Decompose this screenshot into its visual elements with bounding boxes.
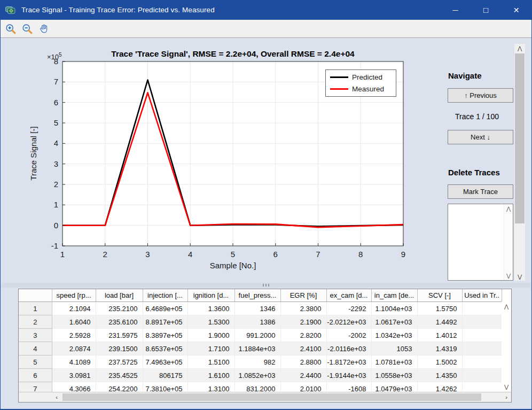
row-number[interactable]: 4 xyxy=(19,342,52,355)
svg-text:5: 5 xyxy=(54,118,58,127)
table-cell[interactable]: 2.5928 xyxy=(52,329,96,342)
pan-button[interactable] xyxy=(36,21,51,36)
scroll-down-icon[interactable]: ⋁ xyxy=(504,384,508,390)
table-cell[interactable]: 1.0558e+03 xyxy=(371,369,417,382)
table-cell[interactable]: 3.0981 xyxy=(52,369,96,382)
table-cell[interactable]: 2.4100 xyxy=(280,342,326,355)
row-number[interactable]: 2 xyxy=(19,315,52,329)
table-cell[interactable]: 991.2000 xyxy=(234,329,280,342)
table-cell[interactable]: -1.9144e+03 xyxy=(326,369,371,382)
table-cell[interactable]: 1.9000 xyxy=(187,329,234,342)
next-button[interactable]: Next ↓ xyxy=(448,130,513,144)
scrollbar-thumb[interactable] xyxy=(515,53,525,223)
table-cell[interactable]: 1.4319 xyxy=(417,342,462,355)
table-cell[interactable]: 2.3800 xyxy=(280,302,326,315)
table-cell[interactable] xyxy=(462,369,502,382)
table-cell[interactable]: 1.0342e+03 xyxy=(371,329,417,342)
table-cell[interactable]: 235.2100 xyxy=(96,302,143,315)
row-number[interactable]: 6 xyxy=(19,369,52,382)
table-cell[interactable]: 1.5002 xyxy=(417,355,462,369)
table-cell[interactable]: 982 xyxy=(234,355,280,369)
table-cell[interactable]: 231.5975 xyxy=(96,329,143,342)
table-cell[interactable]: 1.0852e+03 xyxy=(234,369,280,382)
close-button[interactable]: ✕ xyxy=(501,0,531,20)
table-cell[interactable] xyxy=(462,342,502,355)
table-vertical-scrollbar[interactable]: ⋀ ⋁ xyxy=(502,301,511,392)
table-cell[interactable]: 2.8800 xyxy=(280,355,326,369)
table-cell[interactable]: 1346 xyxy=(234,302,280,315)
table-cell[interactable]: -2.0116e+03 xyxy=(326,342,371,355)
table-cell[interactable]: 1.6100 xyxy=(187,369,234,382)
svg-text:7: 7 xyxy=(54,77,58,86)
scroll-up-icon[interactable]: ⋀ xyxy=(506,206,511,212)
scroll-left-icon[interactable]: ‹ xyxy=(52,392,61,402)
panel-splitter[interactable] xyxy=(1,283,531,288)
table-cell[interactable]: 2.8200 xyxy=(280,329,326,342)
marked-traces-listbox[interactable]: ⋀ ⋁ xyxy=(448,204,513,281)
table-cell[interactable]: -2002 xyxy=(326,329,371,342)
table-cell[interactable]: 1053 xyxy=(371,342,417,355)
table-cell[interactable]: 8.8917e+05 xyxy=(143,315,187,329)
table-cell[interactable]: 1.0617e+03 xyxy=(371,315,417,329)
table-cell[interactable]: 8.6537e+05 xyxy=(143,342,187,355)
table-cell[interactable]: 2.4400 xyxy=(280,369,326,382)
table-row: 12.1094235.21006.4689e+051.360013462.380… xyxy=(19,302,502,315)
table-cell[interactable]: 2.0874 xyxy=(52,342,96,355)
table-cell[interactable]: 239.1500 xyxy=(96,342,143,355)
table-cell[interactable]: 1.3600 xyxy=(187,302,234,315)
table-horizontal-scrollbar[interactable]: ‹ › xyxy=(52,392,511,402)
table-cell[interactable] xyxy=(462,329,502,342)
zoom-out-button[interactable] xyxy=(20,21,35,36)
table-cell[interactable]: 235.4525 xyxy=(96,369,143,382)
column-header: speed [rp... xyxy=(52,289,96,302)
table-cell[interactable]: 1386 xyxy=(234,315,280,329)
scroll-up-icon[interactable]: ⋀ xyxy=(514,44,525,52)
y-axis-exponent: ×105 xyxy=(47,52,62,61)
table-cell[interactable]: 1.5750 xyxy=(417,302,462,315)
mark-trace-button[interactable]: Mark Trace xyxy=(448,184,513,199)
table-cell[interactable]: 1.7100 xyxy=(187,342,234,355)
table-cell[interactable]: -2292 xyxy=(326,302,371,315)
listbox-scrollbar[interactable]: ⋀ ⋁ xyxy=(504,204,513,280)
maximize-button[interactable]: □ xyxy=(471,0,501,20)
table-cell[interactable]: 2.1094 xyxy=(52,302,96,315)
table-cell[interactable]: 8.3897e+05 xyxy=(143,329,187,342)
table-cell[interactable]: -2.0212e+03 xyxy=(326,315,371,329)
table-cell[interactable]: 1.4350 xyxy=(417,369,462,382)
table-cell[interactable]: 7.4963e+05 xyxy=(143,355,187,369)
table-cell[interactable]: 1.5100 xyxy=(187,355,234,369)
table-cell[interactable]: 4.1089 xyxy=(52,355,96,369)
table-cell[interactable]: 235.6100 xyxy=(96,315,143,329)
table-cell[interactable]: 1.6040 xyxy=(52,315,96,329)
title-bar[interactable]: Trace Signal - Training Trace Error: Pre… xyxy=(1,0,531,20)
panel-vertical-scrollbar[interactable]: ⋀ ⋁ xyxy=(514,44,525,281)
table-cell[interactable]: 1.5300 xyxy=(187,315,234,329)
minimize-button[interactable]: ─ xyxy=(440,0,471,20)
row-number[interactable]: 1 xyxy=(19,302,52,315)
table-cell[interactable]: 806175 xyxy=(143,369,187,382)
previous-button[interactable]: ↑ Previous xyxy=(448,88,513,103)
table-cell[interactable] xyxy=(462,302,502,315)
table-cell[interactable]: 1.4492 xyxy=(417,315,462,329)
scrollbar-thumb[interactable] xyxy=(62,393,481,401)
scroll-right-icon[interactable]: › xyxy=(502,392,511,402)
column-header: fuel_press... xyxy=(234,289,280,302)
table-cell[interactable]: 1.0781e+03 xyxy=(371,355,417,369)
row-number[interactable]: 3 xyxy=(19,329,52,342)
scroll-down-icon[interactable]: ⋁ xyxy=(506,273,511,279)
scroll-down-icon[interactable]: ⋁ xyxy=(514,272,525,281)
table-cell[interactable]: 6.4689e+05 xyxy=(143,302,187,315)
side-panel: Navigate ↑ Previous Trace 1 / 100 Next ↓… xyxy=(448,38,513,283)
table-cell[interactable]: 1.1884e+03 xyxy=(234,342,280,355)
zoom-in-button[interactable] xyxy=(3,21,18,36)
scroll-up-icon[interactable]: ⋀ xyxy=(504,304,508,310)
table-cell[interactable]: 2.1900 xyxy=(280,315,326,329)
table-cell[interactable]: 237.5725 xyxy=(96,355,143,369)
table-cell[interactable]: -1.8172e+03 xyxy=(326,355,371,369)
table-cell[interactable] xyxy=(462,315,502,329)
svg-text:0: 0 xyxy=(54,221,58,230)
table-cell[interactable]: 1.1004e+03 xyxy=(371,302,417,315)
row-number[interactable]: 5 xyxy=(19,355,52,369)
table-cell[interactable]: 1.4012 xyxy=(417,329,462,342)
table-cell[interactable] xyxy=(462,355,502,369)
